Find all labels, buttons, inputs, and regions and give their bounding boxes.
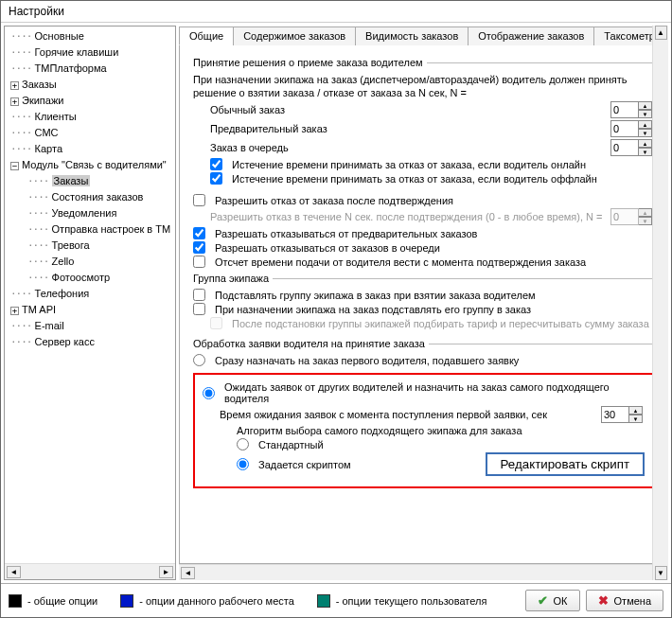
cb-timing-from-confirm[interactable] <box>193 256 205 268</box>
rb-assign-first-label: Сразу назначать на заказ первого водител… <box>215 355 519 366</box>
section-title: Принятие решения о приеме заказа водител… <box>193 57 427 68</box>
content-hscrollbar[interactable]: ◄ ► <box>179 564 668 580</box>
tree-item[interactable]: ···· Состояния заказов <box>5 189 175 205</box>
tree-item[interactable]: ···· СМС <box>5 125 175 141</box>
scroll-down-icon[interactable]: ▼ <box>655 566 667 580</box>
tree-hscrollbar[interactable]: ◄ ► <box>5 563 175 579</box>
tree-item-label: СМС <box>35 127 59 138</box>
cb-group-assign[interactable] <box>193 303 205 315</box>
edit-script-button[interactable]: Редактировать скрипт <box>486 452 645 476</box>
spin-up-icon[interactable]: ▲ <box>629 406 643 415</box>
tab[interactable]: Содержимое заказов <box>233 26 356 45</box>
tree-item[interactable]: ···· Отправка настроек в ТМ <box>5 221 175 238</box>
rb-algo-standard[interactable] <box>237 438 249 450</box>
cancel-button-label: Отмена <box>614 595 651 607</box>
expand-icon[interactable]: + <box>10 307 19 315</box>
spin-down-icon[interactable]: ▼ <box>639 129 652 137</box>
cb-refuse-prior[interactable] <box>193 227 205 239</box>
scroll-left-icon[interactable]: ◄ <box>181 567 195 579</box>
scroll-right-icon[interactable]: ► <box>159 566 173 578</box>
section-title: Группа экипажа <box>193 273 273 284</box>
section-process-request: Обработка заявки водителя на принятие за… <box>193 338 654 488</box>
tree-item-label: Горячие клавиши <box>35 46 119 58</box>
tab[interactable]: Видимость заказов <box>355 26 469 45</box>
scroll-up-icon[interactable]: ▲ <box>655 26 667 40</box>
tree-item-label: TM API <box>22 304 56 315</box>
highlighted-region: Ожидать заявок от других водителей и наз… <box>193 373 654 488</box>
window-title: Настройки <box>1 1 671 23</box>
tree-item-label: Основные <box>35 30 84 42</box>
ok-button[interactable]: ✔ ОК <box>525 590 580 611</box>
tree-item[interactable]: ···· Zello <box>5 254 175 270</box>
tree-item-label: Zello <box>52 256 75 267</box>
cb-timeout-online[interactable] <box>210 158 222 170</box>
timeout-input[interactable] <box>610 139 639 156</box>
tree-item[interactable]: ···· Карта <box>5 141 175 157</box>
spin-down-icon: ▼ <box>639 217 652 225</box>
expand-icon[interactable]: + <box>10 97 19 106</box>
cb-timeout-offline[interactable] <box>210 172 222 185</box>
tree-item[interactable]: ···· Фотоосмотр <box>5 270 175 286</box>
tree-item-label: Уведомления <box>52 207 117 219</box>
spin-down-icon[interactable]: ▼ <box>639 110 652 118</box>
expand-icon[interactable]: + <box>10 81 19 90</box>
algorithm-label: Алгоритм выбора самого подходящего экипа… <box>203 424 645 437</box>
cross-icon: ✖ <box>598 593 609 608</box>
cb-group-assign-label: При назначении экипажа на заказ подставл… <box>215 304 531 315</box>
tree-item[interactable]: ···· Клиенты <box>5 109 175 125</box>
spin-up-icon[interactable]: ▲ <box>639 120 652 129</box>
spin-up-icon[interactable]: ▲ <box>639 139 652 148</box>
rb-assign-first[interactable] <box>193 354 205 366</box>
order-type-label: Предварительный заказ <box>210 123 327 134</box>
cb-group-set[interactable] <box>193 289 205 301</box>
spin-down-icon[interactable]: ▼ <box>629 415 643 423</box>
wait-time-input[interactable] <box>601 406 629 423</box>
footer-bar: - общие опции - опции данного рабочего м… <box>1 583 671 617</box>
scroll-left-icon[interactable]: ◄ <box>7 566 21 578</box>
tree-item[interactable]: ···· E-mail <box>5 318 175 334</box>
cb-refuse-queue[interactable] <box>193 241 205 254</box>
refuse-timeout-label: Разрешить отказ в течение N сек. после п… <box>210 211 603 222</box>
tree-item[interactable]: ···· Телефония <box>5 286 175 302</box>
tree-item[interactable]: +Заказы <box>5 77 175 93</box>
tree-item[interactable]: ···· ТМПлатформа <box>5 61 175 77</box>
tree-item-label: Заказы <box>22 79 57 90</box>
check-icon: ✔ <box>538 593 548 608</box>
cancel-button[interactable]: ✖ Отмена <box>586 590 663 611</box>
tree-item-label: Отправка настроек в ТМ <box>52 223 171 235</box>
spin-up-icon[interactable]: ▲ <box>639 101 652 110</box>
tab[interactable]: Общие <box>179 26 234 45</box>
cb-group-recalc <box>210 317 222 329</box>
timeout-input[interactable] <box>610 101 639 118</box>
timeout-input[interactable] <box>610 120 639 137</box>
tree-item[interactable]: +Экипажи <box>5 93 175 109</box>
legend-user: - опции текущего пользователя <box>336 595 487 607</box>
spin-up-icon: ▲ <box>639 208 652 217</box>
tree-item[interactable]: ···· Сервер касс <box>5 334 175 350</box>
tree-item[interactable]: ···· Заказы <box>5 173 175 189</box>
wait-time-label: Время ожидания заявок с момента поступле… <box>220 409 547 420</box>
rb-wait-others[interactable] <box>203 387 215 399</box>
tree-item[interactable]: ···· Уведомления <box>5 205 175 221</box>
form-area: Принятие решения о приеме заказа водител… <box>179 45 668 564</box>
rb-wait-others-label: Ожидать заявок от других водителей и наз… <box>224 381 645 404</box>
tree-item-label: Экипажи <box>22 95 63 106</box>
collapse-icon[interactable]: − <box>10 162 19 170</box>
tree-item[interactable]: ···· Тревога <box>5 238 175 254</box>
tree-item[interactable]: ···· Горячие клавиши <box>5 44 175 61</box>
tree-item-label: Клиенты <box>35 111 77 122</box>
cb-refuse-prior-label: Разрешать отказываться от предварительны… <box>215 228 477 239</box>
rb-algo-script[interactable] <box>237 458 249 470</box>
tree-item[interactable]: +TM API <box>5 302 175 318</box>
rb-algo-script-label: Задается скриптом <box>258 459 351 470</box>
tree-item[interactable]: ···· Основные <box>5 28 175 44</box>
tree-item[interactable]: −Модуль "Связь с водителями" <box>5 157 175 173</box>
cb-allow-refuse[interactable] <box>193 194 205 206</box>
tree-item-label: Заказы <box>52 175 91 186</box>
tab[interactable]: Отображение заказов <box>468 26 594 45</box>
section-title: Обработка заявки водителя на принятие за… <box>193 338 429 349</box>
content-vscrollbar[interactable]: ▲ ▼ <box>652 26 668 580</box>
legend-common: - общие опции <box>27 595 97 607</box>
tree-item-label: Тревога <box>52 239 90 251</box>
spin-down-icon[interactable]: ▼ <box>639 148 652 156</box>
